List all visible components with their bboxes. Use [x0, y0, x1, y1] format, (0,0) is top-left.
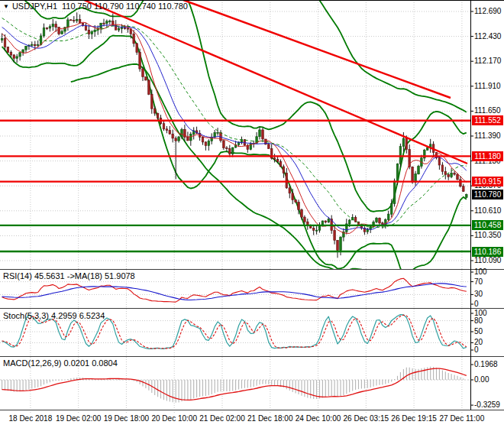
price-level-badge[interactable]: 110.915: [472, 177, 503, 186]
time-axis-label: 21 Dec 02:00: [199, 414, 245, 423]
ohlc-readout: 110.750 110.790 110.740 110.780: [62, 2, 188, 11]
time-axis-label: 26 Dec 19:15: [391, 414, 437, 423]
time-axis-label: 21 Dec 18:00: [247, 414, 293, 423]
stoch-scale-label: 0: [474, 345, 479, 355]
macd-scale-label: 0.00: [474, 375, 489, 384]
mt5-chart-window: ▼USDJPY,H1110.750 110.790 110.740 110.78…: [0, 0, 504, 428]
time-axis-label: 20 Dec 10:00: [151, 414, 197, 423]
symbol-menu-arrow-icon[interactable]: ▼: [3, 3, 9, 10]
stoch-scale-label: 80: [474, 316, 483, 326]
price-level-badge[interactable]: 110.186: [472, 247, 503, 257]
chart-title: ▼USDJPY,H1110.750 110.790 110.740 110.78…: [3, 2, 188, 11]
price-axis-label: 110.610: [474, 206, 501, 216]
stoch-indicator-label: Stoch(5,3,3) 4.2959 6.5234: [3, 311, 105, 320]
price-axis-label: 111.650: [474, 106, 501, 115]
time-axis-label: 19 Dec 02:00: [56, 414, 102, 423]
price-axis-label: 110.350: [474, 231, 501, 240]
price-level-badge[interactable]: 111.552: [472, 115, 503, 125]
price-axis-label: 112.690: [474, 7, 501, 16]
time-axis-label: 24 Dec 10:00: [296, 414, 341, 423]
price-axis-label: 112.170: [474, 57, 501, 66]
rsi-scale-label: 30: [474, 290, 483, 299]
time-axis-label: 27 Dec 11:00: [439, 414, 484, 423]
price-axis-label: 111.910: [474, 82, 501, 91]
time-axis-label: 26 Dec 03:15: [344, 414, 389, 423]
macd-scale-label: -0.3259: [474, 400, 500, 410]
stoch-scale-label: 50: [474, 327, 483, 336]
price-level-badge[interactable]: 111.180: [472, 151, 503, 161]
price-axis-label: 112.430: [474, 32, 501, 41]
macd-scale-label: 0.1968: [474, 360, 498, 369]
macd-indicator-label: MACD(12,26,9) 0.0201 0.0804: [3, 358, 118, 368]
price-axis-label: 110.090: [474, 256, 501, 265]
time-axis-label: 18 Dec 2018: [9, 414, 53, 423]
rsi-scale-label: 100: [474, 268, 487, 277]
rsi-scale-label: 0: [474, 300, 479, 309]
time-axis-label: 19 Dec 18:00: [104, 414, 150, 423]
price-axis-label: 111.390: [474, 131, 501, 141]
rsi-scale-label: 70: [474, 277, 483, 287]
price-level-badge[interactable]: 110.458: [472, 220, 503, 230]
price-level-badge[interactable]: 110.780: [472, 190, 503, 199]
symbol-period-label: USDJPY,H1: [12, 2, 57, 11]
rsi-indicator-label: RSI(14) 45.5631 ->MA(18) 51.9078: [3, 271, 135, 280]
